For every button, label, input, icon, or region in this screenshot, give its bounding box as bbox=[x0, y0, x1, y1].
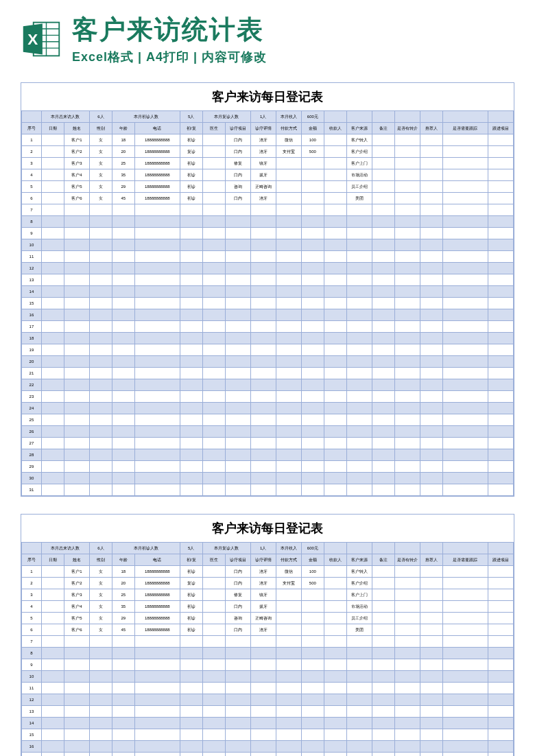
cell bbox=[276, 251, 301, 263]
cell: 女 bbox=[89, 566, 112, 578]
cell bbox=[394, 613, 420, 624]
cell bbox=[301, 461, 324, 473]
cell: 正畸咨询 bbox=[250, 181, 276, 193]
summary-cell bbox=[372, 543, 394, 554]
cell bbox=[276, 438, 301, 449]
sheet-title: 客户来访每日登记表 bbox=[21, 83, 514, 110]
cell: 45 bbox=[112, 624, 134, 636]
cell bbox=[301, 473, 324, 484]
cell bbox=[301, 298, 324, 309]
cell bbox=[202, 274, 225, 286]
cell bbox=[250, 461, 276, 473]
cell bbox=[488, 741, 513, 753]
cell bbox=[346, 659, 372, 671]
cell bbox=[112, 449, 134, 461]
cell bbox=[488, 379, 513, 391]
cell bbox=[202, 251, 225, 263]
cell bbox=[442, 344, 488, 356]
cell bbox=[64, 683, 89, 694]
cell bbox=[64, 298, 89, 309]
cell bbox=[276, 344, 301, 356]
cell: 客户1 bbox=[64, 566, 89, 578]
cell bbox=[324, 146, 346, 158]
cell: 客户4 bbox=[64, 169, 89, 181]
cell bbox=[346, 251, 372, 263]
cell: 员工介绍 bbox=[346, 613, 372, 624]
summary-cell bbox=[442, 111, 488, 123]
cell bbox=[442, 426, 488, 438]
cell: 2 bbox=[22, 578, 42, 589]
cell: 19 bbox=[22, 344, 42, 356]
cell bbox=[394, 251, 420, 263]
table-row: 5客户5女2918888888888初诊咨询正畸咨询员工介绍 bbox=[22, 613, 514, 624]
cell: 洁牙 bbox=[250, 193, 276, 204]
cell bbox=[180, 636, 202, 648]
cell bbox=[420, 181, 442, 193]
cell bbox=[41, 228, 64, 239]
cell bbox=[301, 286, 324, 298]
cell bbox=[225, 344, 250, 356]
cell bbox=[372, 239, 394, 251]
column-header: 收款人 bbox=[324, 123, 346, 134]
cell: 15 bbox=[22, 729, 42, 741]
table-row: 1客户1女1818888888888初诊口内洁牙微信100客户转入 bbox=[22, 134, 514, 146]
cell bbox=[420, 239, 442, 251]
cell bbox=[134, 239, 180, 251]
cell bbox=[180, 333, 202, 344]
cell bbox=[488, 636, 513, 648]
summary-cell bbox=[346, 543, 372, 554]
cell bbox=[202, 344, 225, 356]
cell bbox=[420, 636, 442, 648]
summary-cell: 本月收入 bbox=[276, 543, 301, 554]
cell: 16 bbox=[22, 741, 42, 753]
cell bbox=[394, 379, 420, 391]
cell bbox=[324, 636, 346, 648]
cell: 初诊 bbox=[180, 158, 202, 169]
cell bbox=[112, 391, 134, 403]
cell bbox=[276, 729, 301, 741]
cell bbox=[488, 461, 513, 473]
cell bbox=[89, 403, 112, 414]
cell bbox=[250, 251, 276, 263]
cell bbox=[112, 671, 134, 683]
cell: 18 bbox=[112, 566, 134, 578]
cell bbox=[276, 158, 301, 169]
cell bbox=[225, 204, 250, 216]
cell bbox=[202, 228, 225, 239]
cell bbox=[488, 274, 513, 286]
cell bbox=[394, 146, 420, 158]
cell bbox=[202, 438, 225, 449]
cell bbox=[301, 753, 324, 757]
cell bbox=[372, 613, 394, 624]
cell bbox=[41, 414, 64, 426]
cell bbox=[442, 566, 488, 578]
cell: 25 bbox=[22, 414, 42, 426]
cell bbox=[488, 146, 513, 158]
cell bbox=[134, 648, 180, 659]
cell: 35 bbox=[112, 169, 134, 181]
cell bbox=[276, 368, 301, 379]
cell: 4 bbox=[22, 169, 42, 181]
cell bbox=[134, 659, 180, 671]
cell bbox=[41, 181, 64, 193]
column-header: 年龄 bbox=[112, 554, 134, 566]
summary-cell: 本月总来访人数 bbox=[41, 111, 89, 123]
cell bbox=[202, 158, 225, 169]
cell: 18888888888 bbox=[134, 134, 180, 146]
table-row: 16 bbox=[22, 309, 514, 321]
cell bbox=[324, 239, 346, 251]
cell: 客户上门 bbox=[346, 589, 372, 601]
cell: 正畸咨询 bbox=[250, 613, 276, 624]
column-header: 是否需要跟踪 bbox=[442, 123, 488, 134]
cell: 7 bbox=[22, 636, 42, 648]
cell: 女 bbox=[89, 169, 112, 181]
cell: 100 bbox=[301, 134, 324, 146]
cell bbox=[202, 204, 225, 216]
cell bbox=[112, 729, 134, 741]
cell bbox=[346, 274, 372, 286]
summary-cell bbox=[324, 543, 346, 554]
cell bbox=[134, 286, 180, 298]
cell bbox=[420, 228, 442, 239]
cell bbox=[420, 169, 442, 181]
cell bbox=[276, 624, 301, 636]
